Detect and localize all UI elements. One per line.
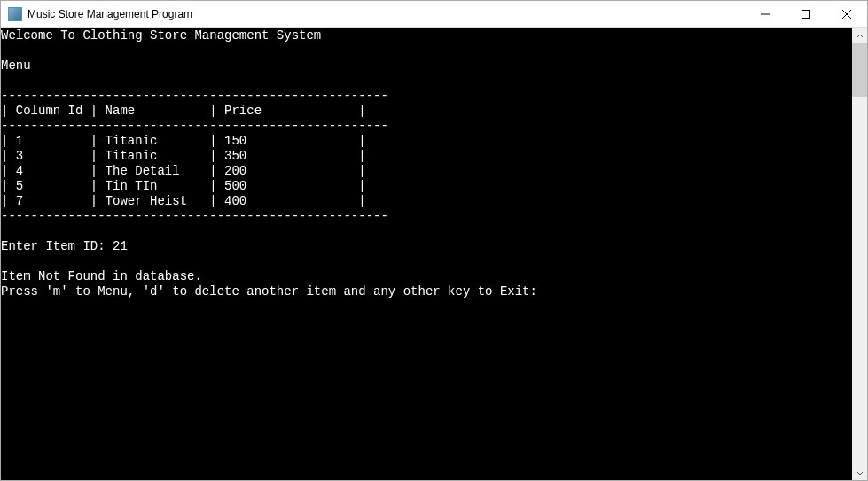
window-controls xyxy=(745,1,867,27)
window-title: Music Store Management Program xyxy=(27,1,745,28)
minimize-button[interactable] xyxy=(745,1,786,27)
window-titlebar: Music Store Management Program xyxy=(1,1,867,28)
scroll-thumb[interactable] xyxy=(852,43,867,97)
app-icon xyxy=(8,7,22,21)
scroll-up-arrow[interactable] xyxy=(852,28,867,43)
svg-rect-1 xyxy=(802,11,810,19)
close-button[interactable] xyxy=(826,1,867,27)
vertical-scrollbar[interactable] xyxy=(852,28,867,480)
maximize-button[interactable] xyxy=(786,1,826,27)
scroll-down-arrow[interactable] xyxy=(852,465,867,480)
console-output[interactable]: Welcome To Clothing Store Management Sys… xyxy=(1,28,852,480)
